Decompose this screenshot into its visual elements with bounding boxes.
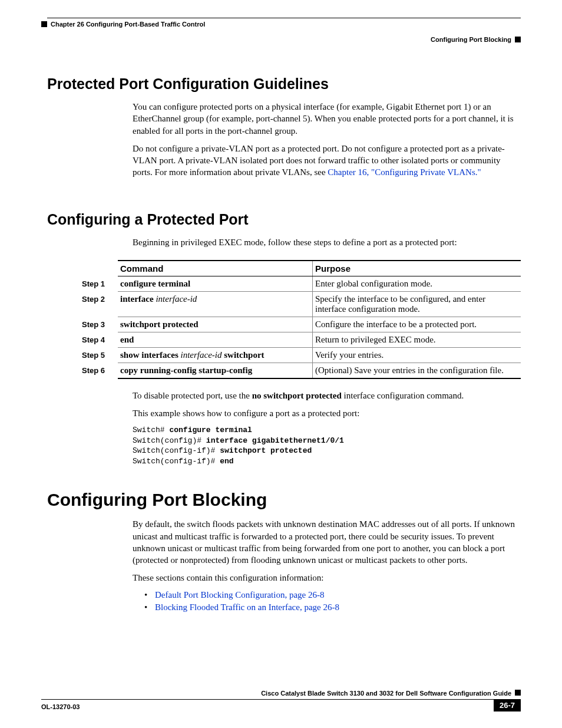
inline-command: no switchport protected bbox=[252, 391, 342, 400]
body-text: This example shows how to configure a po… bbox=[133, 407, 521, 419]
cli-command: switchport protected bbox=[220, 446, 312, 455]
purpose-text: Specify the interface to be configured, … bbox=[313, 291, 521, 317]
xref-default-port-blocking[interactable]: Default Port Blocking Configuration, pag… bbox=[155, 590, 324, 599]
body-text: Do not configure a private-VLAN port as … bbox=[133, 143, 521, 179]
table-row: Step 1 configure terminal Enter global c… bbox=[80, 276, 521, 291]
body-text-fragment: To disable protected port, use the bbox=[133, 391, 252, 400]
command-arg: interface-id bbox=[178, 350, 222, 360]
table-row: Step 3 switchport protected Configure th… bbox=[80, 317, 521, 332]
command-text: configure terminal bbox=[120, 279, 190, 288]
body-text: Beginning in privileged EXEC mode, follo… bbox=[133, 236, 521, 248]
footer-doc-number: OL-13270-03 bbox=[41, 701, 80, 710]
table-row: Step 2 interface interface-id Specify th… bbox=[80, 291, 521, 317]
cli-prompt: Switch(config)# bbox=[133, 436, 206, 445]
footer-book-title: Cisco Catalyst Blade Switch 3130 and 303… bbox=[261, 690, 511, 697]
cli-prompt: Switch(config-if)# bbox=[133, 446, 220, 455]
cli-command: end bbox=[220, 457, 233, 466]
command-text: end bbox=[120, 335, 134, 344]
command-text: copy running-config startup-config bbox=[120, 365, 252, 375]
cli-command: configure terminal bbox=[169, 426, 252, 434]
purpose-text: (Optional) Save your entries in the conf… bbox=[313, 363, 521, 378]
page-number-badge: 26-7 bbox=[494, 699, 521, 711]
running-header-chapter: Chapter 26 Configuring Port-Based Traffi… bbox=[41, 21, 205, 28]
command-text: switchport protected bbox=[120, 319, 199, 329]
heading-guidelines: Protected Port Configuration Guidelines bbox=[47, 75, 521, 93]
purpose-text: Configure the interface to be a protecte… bbox=[313, 317, 521, 332]
step-label: Step 1 bbox=[80, 276, 118, 291]
table-row: Step 6 copy running-config startup-confi… bbox=[80, 363, 521, 378]
step-label: Step 2 bbox=[80, 291, 118, 317]
cli-prompt: Switch# bbox=[133, 426, 169, 434]
purpose-text: Enter global configuration mode. bbox=[313, 276, 521, 291]
command-text: show interfaces bbox=[120, 350, 178, 360]
list-item: Default Port Blocking Configuration, pag… bbox=[144, 590, 521, 600]
cli-example: Switch# configure terminal Switch(config… bbox=[133, 425, 521, 466]
purpose-text: Verify your entries. bbox=[313, 347, 521, 363]
table-row: Step 4 end Return to privileged EXEC mod… bbox=[80, 332, 521, 347]
step-label: Step 4 bbox=[80, 332, 118, 347]
cli-command: interface gigabitethernet1/0/1 bbox=[206, 436, 344, 445]
body-text: You can configure protected ports on a p… bbox=[133, 101, 521, 137]
table-header-command: Command bbox=[118, 261, 313, 276]
table-header-purpose: Purpose bbox=[313, 261, 521, 276]
purpose-text: Return to privileged EXEC mode. bbox=[313, 332, 521, 347]
running-header-section: Configuring Port Blocking bbox=[431, 36, 521, 43]
cli-prompt: Switch(config-if)# bbox=[133, 457, 220, 466]
table-row: Step 5 show interfaces interface-id swit… bbox=[80, 347, 521, 363]
steps-table: Command Purpose Step 1 configure termina… bbox=[80, 260, 521, 379]
step-label: Step 5 bbox=[80, 347, 118, 363]
xref-private-vlans[interactable]: Chapter 16, "Configuring Private VLANs." bbox=[328, 167, 481, 177]
heading-configuring-protected-port: Configuring a Protected Port bbox=[47, 211, 521, 228]
command-text: interface bbox=[120, 294, 154, 304]
body-text: To disable protected port, use the no sw… bbox=[133, 390, 521, 401]
step-label: Step 3 bbox=[80, 317, 118, 332]
heading-port-blocking: Configuring Port Blocking bbox=[47, 490, 521, 510]
body-text: By default, the switch floods packets wi… bbox=[133, 518, 521, 566]
command-text: switchport bbox=[222, 350, 264, 360]
step-label: Step 6 bbox=[80, 363, 118, 378]
body-text: These sections contain this configuratio… bbox=[133, 572, 521, 584]
command-arg: interface-id bbox=[154, 294, 197, 304]
xref-blocking-flooded-traffic[interactable]: Blocking Flooded Traffic on an Interface… bbox=[155, 602, 339, 612]
body-text-fragment: interface configuration command. bbox=[342, 391, 464, 400]
list-item: Blocking Flooded Traffic on an Interface… bbox=[144, 602, 521, 612]
